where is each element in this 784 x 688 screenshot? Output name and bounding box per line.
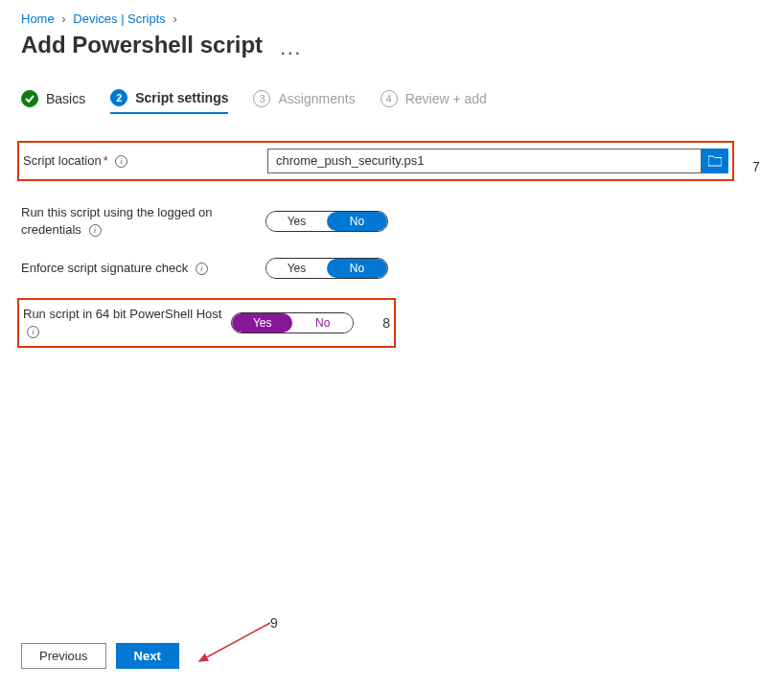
footer-buttons: Previous Next	[21, 643, 179, 669]
step-basics[interactable]: Basics	[21, 90, 85, 113]
svg-line-0	[199, 623, 270, 661]
toggle-no[interactable]: No	[327, 212, 387, 231]
chevron-right-icon: ›	[173, 11, 176, 26]
toggle-run-64bit[interactable]: Yes No	[231, 312, 354, 333]
annotation-7: 7	[752, 159, 760, 174]
toggle-no[interactable]: No	[292, 313, 353, 333]
annotation-8: 8	[382, 315, 390, 331]
info-icon[interactable]: i	[196, 263, 208, 275]
breadcrumb: Home › Devices | Scripts ›	[21, 11, 763, 26]
row-enforce-signature: Enforce script signature check i Yes No	[21, 258, 763, 279]
arrow-icon	[192, 619, 278, 677]
previous-button[interactable]: Previous	[21, 643, 106, 669]
toggle-no[interactable]: No	[327, 259, 387, 278]
info-icon[interactable]: i	[115, 155, 127, 168]
step-number-icon: 4	[380, 90, 398, 107]
step-script-settings-label: Script settings	[135, 90, 228, 105]
browse-button[interactable]	[702, 149, 728, 173]
step-assignments[interactable]: 3 Assignments	[253, 90, 355, 113]
step-review-add-label: Review + add	[405, 91, 487, 106]
breadcrumb-devices-scripts[interactable]: Devices | Scripts	[73, 11, 166, 26]
script-location-input[interactable]	[267, 149, 702, 173]
next-button[interactable]: Next	[116, 643, 179, 669]
run-logged-on-label: Run this script using the logged on cred…	[21, 204, 265, 239]
row-run-64bit: Run script in 64 bit PowerShell Host i Y…	[17, 298, 396, 348]
annotation-9: 9	[270, 615, 278, 631]
info-icon[interactable]: i	[89, 224, 102, 237]
page-title: Add Powershell script …	[21, 32, 763, 60]
check-icon	[21, 90, 38, 107]
toggle-yes[interactable]: Yes	[266, 259, 327, 278]
step-number-icon: 3	[253, 90, 270, 107]
row-script-location: Script location* i	[17, 141, 734, 181]
toggle-yes[interactable]: Yes	[232, 313, 292, 333]
toggle-enforce-signature[interactable]: Yes No	[265, 258, 388, 279]
step-review-add[interactable]: 4 Review + add	[380, 90, 487, 113]
run-64bit-label: Run script in 64 bit PowerShell Host i	[23, 306, 231, 340]
required-asterisk: *	[104, 153, 108, 168]
info-icon[interactable]: i	[27, 326, 39, 338]
row-run-logged-on: Run this script using the logged on cred…	[21, 204, 763, 239]
chevron-right-icon: ›	[61, 11, 65, 26]
folder-icon	[708, 155, 722, 167]
page-title-text: Add Powershell script	[21, 32, 263, 57]
step-number-icon: 2	[110, 89, 127, 106]
step-basics-label: Basics	[46, 91, 85, 106]
step-assignments-label: Assignments	[278, 91, 355, 106]
wizard-steps: Basics 2 Script settings 3 Assignments 4…	[21, 89, 763, 114]
toggle-yes[interactable]: Yes	[266, 212, 327, 231]
breadcrumb-home[interactable]: Home	[21, 11, 55, 26]
toggle-run-logged-on[interactable]: Yes No	[265, 211, 388, 232]
script-location-label: Script location* i	[23, 152, 267, 170]
more-icon[interactable]: …	[279, 34, 302, 59]
enforce-signature-label: Enforce script signature check i	[21, 260, 265, 277]
step-script-settings[interactable]: 2 Script settings	[110, 89, 228, 114]
